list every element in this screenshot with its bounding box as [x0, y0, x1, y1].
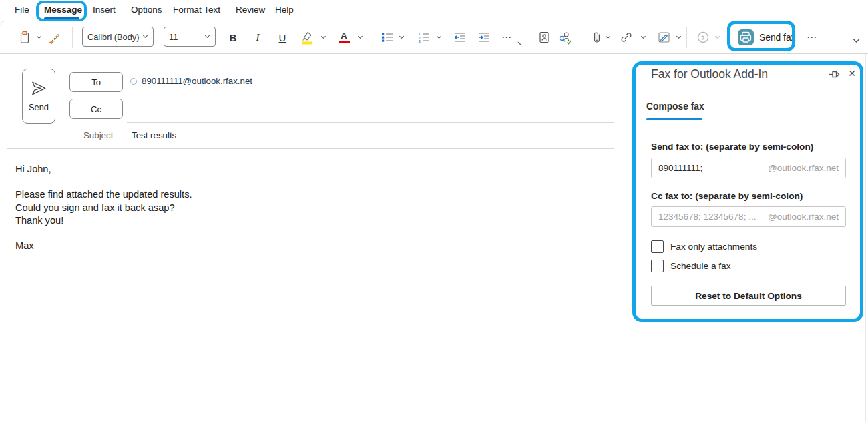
task-pane-divider [630, 54, 630, 422]
address-book-button[interactable] [535, 29, 553, 46]
increase-indent-icon [477, 31, 491, 44]
schedule-a-fax-checkbox[interactable] [651, 260, 664, 272]
ribbon-overflow-button[interactable]: ⋯ [803, 29, 821, 46]
body-line: Please find attached the updated results… [15, 188, 603, 201]
more-formatting-button[interactable]: ⋯ [498, 29, 515, 46]
send-fax-to-value[interactable] [658, 163, 768, 173]
font-color-dropdown-chevron[interactable] [356, 34, 364, 41]
signature-dropdown-chevron[interactable] [674, 34, 682, 41]
schedule-a-fax-row: Schedule a fax [651, 260, 731, 272]
fax-machine-icon [737, 29, 754, 46]
cc-fax-to-value[interactable] [658, 212, 768, 222]
check-names-icon [558, 30, 573, 45]
paper-plane-icon [30, 81, 47, 97]
send-fax-to-input[interactable]: @outlook.rfax.net [651, 158, 846, 178]
message-body-editor[interactable]: Hi John,Please find attached the updated… [15, 163, 603, 252]
numbered-list-icon: 123 [417, 31, 431, 44]
italic-button[interactable]: I [249, 29, 266, 46]
close-icon[interactable]: ✕ [846, 67, 858, 79]
tab-insert[interactable]: Insert [93, 5, 116, 15]
editor-button-disabled[interactable] [694, 29, 712, 46]
highlight-color-button[interactable] [298, 29, 316, 46]
attach-dropdown-chevron[interactable] [604, 34, 612, 41]
link-dropdown-chevron[interactable] [639, 34, 647, 41]
numbering-button[interactable]: 123 [415, 29, 433, 46]
cc-fax-to-label: Cc fax to: (separate by semi-colon) [651, 191, 803, 201]
compose-fax-tab-underline [646, 118, 702, 120]
tab-message[interactable]: Message [44, 5, 82, 15]
dialog-launcher-icon[interactable] [515, 40, 523, 47]
link-icon [619, 30, 634, 45]
paste-clipboard-icon [18, 31, 31, 44]
numbering-dropdown-chevron[interactable] [435, 34, 443, 41]
chevron-down-icon [204, 34, 210, 39]
pin-icon[interactable] [828, 69, 841, 81]
chevron-down-icon [142, 34, 148, 39]
editor-icon [696, 30, 710, 45]
bullets-dropdown-chevron[interactable] [397, 34, 405, 41]
cc-field-underline[interactable] [127, 122, 614, 123]
presence-indicator-icon [130, 78, 137, 85]
tab-options[interactable]: Options [131, 5, 162, 15]
fax-only-attachments-label: Fax only attachments [670, 242, 757, 252]
paperclip-icon [590, 31, 604, 44]
format-painter-icon [47, 31, 61, 44]
highlighter-icon [300, 30, 314, 45]
to-recipient-chip[interactable]: 890111111@outlook.rfax.net [130, 76, 252, 86]
active-tab-underline [44, 17, 79, 19]
cc-button[interactable]: Cc [69, 99, 123, 119]
reset-to-default-options-button[interactable]: Reset to Default Options [651, 286, 846, 306]
body-line [15, 227, 603, 240]
signature-icon [657, 30, 672, 45]
body-line: Could you sign and fax it back asap? [15, 202, 603, 214]
send-fax-ribbon-button[interactable]: Send fax [733, 27, 799, 48]
tab-help[interactable]: Help [275, 5, 294, 15]
task-pane-title: Fax for Outlook Add-In [651, 67, 768, 81]
bold-button[interactable]: B [224, 29, 242, 46]
decrease-indent-icon [453, 31, 467, 44]
body-line [15, 176, 603, 188]
underline-button[interactable]: U [274, 29, 291, 46]
collapse-ribbon-chevron[interactable] [852, 37, 861, 44]
subject-label: Subject [83, 130, 113, 140]
task-pane-scrollbar-edge [865, 54, 866, 422]
send-button[interactable]: Send [22, 69, 55, 124]
insert-link-button[interactable] [618, 29, 635, 46]
format-painter-button[interactable] [45, 29, 63, 46]
tab-compose-fax[interactable]: Compose fax [646, 101, 704, 112]
tab-review[interactable]: Review [236, 5, 265, 15]
editor-dropdown-chevron[interactable] [713, 34, 721, 41]
subject-field[interactable]: Test results [132, 130, 176, 140]
address-book-icon [537, 31, 551, 44]
ribbon-divider [72, 27, 73, 48]
font-name-combobox[interactable]: Calibri (Body) [82, 27, 154, 47]
fax-only-attachments-checkbox[interactable] [651, 240, 664, 253]
recipient-address-link[interactable]: 890111111@outlook.rfax.net [142, 76, 252, 86]
paste-dropdown-chevron[interactable] [35, 34, 43, 41]
ribbon-divider [580, 27, 580, 48]
increase-indent-button[interactable] [475, 29, 493, 46]
font-color-icon: A [339, 31, 350, 44]
header-body-divider [7, 148, 614, 149]
check-names-button[interactable] [557, 29, 574, 46]
schedule-a-fax-label: Schedule a fax [670, 261, 731, 271]
body-line: Thank you! [15, 214, 603, 227]
to-field-underline[interactable] [127, 93, 614, 93]
to-button[interactable]: To [69, 72, 123, 92]
font-size-combobox[interactable]: 11 [164, 27, 216, 47]
paste-button[interactable] [16, 29, 33, 46]
svg-text:3: 3 [419, 39, 421, 43]
tab-format-text[interactable]: Format Text [173, 5, 220, 15]
bullets-button[interactable] [379, 29, 396, 46]
font-color-button[interactable]: A [335, 29, 353, 46]
ribbon-divider [686, 27, 687, 48]
fax-domain-suffix: @outlook.rfax.net [768, 163, 839, 173]
send-fax-to-label: Send fax to: (separate by semi-colon) [651, 142, 813, 152]
signature-button[interactable] [656, 29, 673, 46]
highlight-dropdown-chevron[interactable] [319, 34, 327, 41]
bulleted-list-icon [381, 31, 394, 44]
decrease-indent-button[interactable] [451, 29, 469, 46]
body-line: Hi John, [15, 163, 603, 176]
tab-file[interactable]: File [15, 5, 29, 15]
cc-fax-to-input[interactable]: @outlook.rfax.net [651, 206, 846, 227]
